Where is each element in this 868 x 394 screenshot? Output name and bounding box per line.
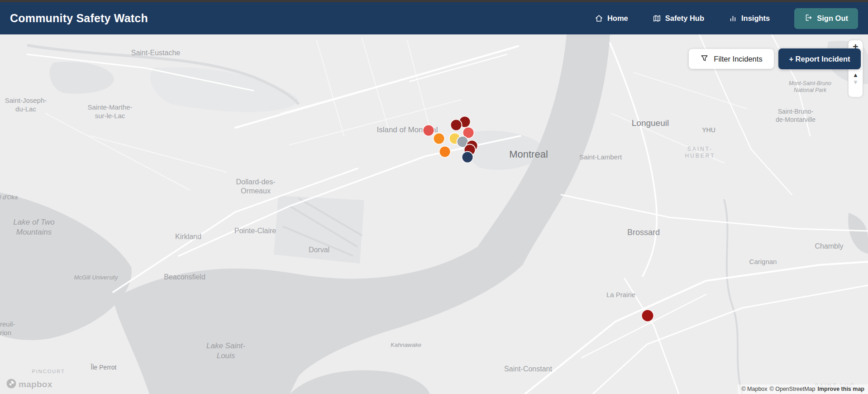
app-header: Community Safety Watch Home Safety Hub I… <box>0 2 868 34</box>
nav-insights[interactable]: Insights <box>729 14 770 23</box>
bar-chart-icon <box>729 14 737 23</box>
nav-home-label: Home <box>607 14 628 23</box>
main-nav: Home Safety Hub Insights Sign Out <box>570 8 858 29</box>
logout-icon <box>804 14 812 24</box>
app-window: Community Safety Watch Home Safety Hub I… <box>0 0 868 394</box>
mapbox-logo[interactable]: mapbox <box>6 378 52 391</box>
sign-out-button[interactable]: Sign Out <box>794 8 858 29</box>
incident-marker[interactable] <box>439 146 451 158</box>
attribution-mapbox-link[interactable]: © Mapbox <box>741 386 767 392</box>
incident-marker[interactable] <box>433 133 445 145</box>
nav-home[interactable]: Home <box>595 14 628 23</box>
mapbox-logo-text: mapbox <box>19 380 52 389</box>
map-attribution: © Mapbox © OpenStreetMap Improve this ma… <box>738 384 868 394</box>
incident-marker[interactable] <box>450 119 463 131</box>
window-top-strip <box>0 0 868 2</box>
incident-marker[interactable] <box>423 125 435 137</box>
nav-safety-hub-label: Safety Hub <box>665 14 704 23</box>
filter-incidents-button[interactable]: Filter Incidents <box>689 49 774 69</box>
incident-marker[interactable] <box>462 151 474 163</box>
incident-marker[interactable] <box>641 309 654 322</box>
funnel-icon <box>700 54 709 64</box>
nav-insights-label: Insights <box>741 14 770 23</box>
home-icon <box>595 14 603 23</box>
filter-incidents-label: Filter Incidents <box>714 55 762 63</box>
report-incident-button[interactable]: + Report Incident <box>778 48 861 69</box>
map-canvas[interactable] <box>0 34 868 394</box>
arrow-down-button[interactable]: ▼ <box>849 79 863 85</box>
attribution-improve-link[interactable]: Improve this map <box>818 386 865 392</box>
arrow-up-button[interactable]: ▲ <box>849 72 863 78</box>
attribution-osm-link[interactable]: © OpenStreetMap <box>770 386 816 392</box>
sign-out-label: Sign Out <box>817 14 848 23</box>
app-title: Community Safety Watch <box>10 12 148 25</box>
nav-safety-hub[interactable]: Safety Hub <box>653 14 704 23</box>
map-icon <box>653 14 661 23</box>
mapbox-logo-icon <box>6 378 17 391</box>
